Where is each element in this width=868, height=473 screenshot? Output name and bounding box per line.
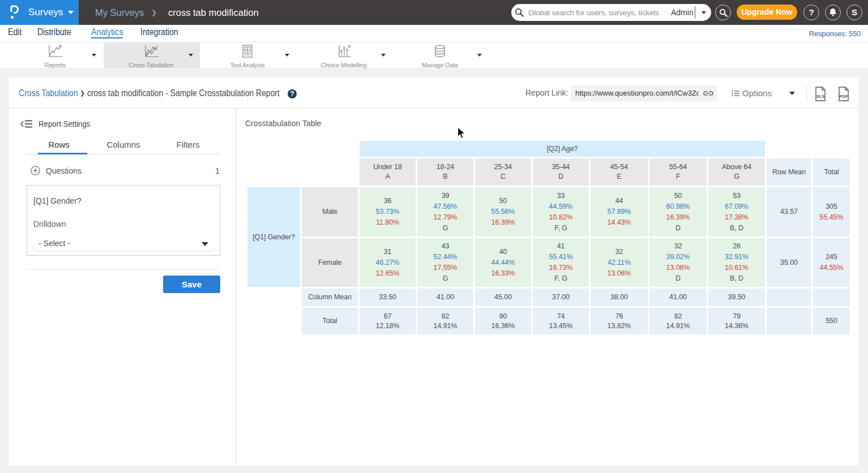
svg-text:PDF: PDF: [840, 94, 848, 99]
svg-text:XLS: XLS: [816, 94, 825, 99]
